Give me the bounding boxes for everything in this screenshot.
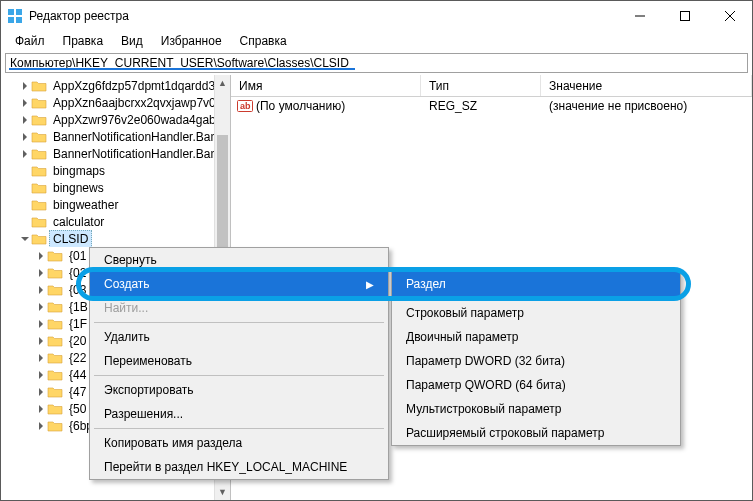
- submenu-arrow-icon: ▶: [366, 279, 374, 290]
- folder-icon: [47, 283, 63, 297]
- folder-icon: [31, 130, 47, 144]
- expand-toggle-icon[interactable]: [35, 405, 47, 413]
- expand-toggle-icon[interactable]: [35, 320, 47, 328]
- expand-toggle-icon[interactable]: [35, 286, 47, 294]
- menu-file[interactable]: Файл: [7, 33, 53, 49]
- tree-item-label: BannerNotificationHandler.Ban: [49, 145, 221, 162]
- tree-item[interactable]: AppXzg6fdzp57dpmt1dqardd3: [1, 77, 230, 94]
- folder-icon: [47, 249, 63, 263]
- tree-item[interactable]: BannerNotificationHandler.Ban: [1, 145, 230, 162]
- tree-item-label: {47: [65, 383, 90, 400]
- tree-item-label: {1F: [65, 315, 91, 332]
- folder-icon: [31, 181, 47, 195]
- expand-toggle-icon[interactable]: [35, 371, 47, 379]
- tree-item-label: calculator: [49, 213, 108, 230]
- ctx-find[interactable]: Найти...: [90, 296, 388, 320]
- tree-item[interactable]: AppXzn6aajbcrxx2qvxjawp7v0: [1, 94, 230, 111]
- ctx-permissions[interactable]: Разрешения...: [90, 402, 388, 426]
- expand-toggle-icon[interactable]: [19, 82, 31, 90]
- col-type[interactable]: Тип: [421, 75, 541, 96]
- expand-toggle-icon: [19, 199, 31, 210]
- expand-toggle-icon[interactable]: [19, 116, 31, 124]
- expand-toggle-icon[interactable]: [35, 303, 47, 311]
- expand-toggle-icon[interactable]: [35, 337, 47, 345]
- context-menu: Свернуть Создать ▶ Найти... Удалить Пере…: [89, 247, 389, 480]
- menu-view[interactable]: Вид: [113, 33, 151, 49]
- expand-toggle-icon[interactable]: [35, 269, 47, 277]
- folder-icon: [47, 317, 63, 331]
- folder-icon: [31, 147, 47, 161]
- expand-toggle-icon[interactable]: [35, 422, 47, 430]
- sub-binary[interactable]: Двоичный параметр: [392, 325, 680, 349]
- expand-toggle-icon[interactable]: [35, 252, 47, 260]
- ctx-create[interactable]: Создать ▶: [90, 272, 388, 296]
- tree-item[interactable]: bingnews: [1, 179, 230, 196]
- svg-rect-3: [16, 17, 22, 23]
- ctx-delete[interactable]: Удалить: [90, 325, 388, 349]
- scroll-up-button[interactable]: ▲: [215, 75, 230, 91]
- tree-item-label: AppXzwr976v2e060wada4gabr: [49, 111, 224, 128]
- value-row[interactable]: ab (По умолчанию) REG_SZ (значение не пр…: [231, 97, 752, 115]
- svg-rect-5: [680, 12, 689, 21]
- tree-item[interactable]: calculator: [1, 213, 230, 230]
- close-button[interactable]: [707, 1, 752, 31]
- menu-help[interactable]: Справка: [232, 33, 295, 49]
- tree-item-label: {50: [65, 400, 90, 417]
- titlebar: Редактор реестра: [1, 1, 752, 31]
- col-value[interactable]: Значение: [541, 75, 752, 96]
- expand-toggle-icon[interactable]: [19, 150, 31, 158]
- tree-item-label: AppXzn6aajbcrxx2qvxjawp7v0: [49, 94, 220, 111]
- app-icon: [7, 8, 23, 24]
- folder-icon: [47, 266, 63, 280]
- expand-toggle-icon[interactable]: [35, 354, 47, 362]
- expand-toggle-icon: [19, 216, 31, 227]
- folder-icon: [31, 164, 47, 178]
- tree-item[interactable]: bingweather: [1, 196, 230, 213]
- maximize-button[interactable]: [662, 1, 707, 31]
- collapse-toggle-icon[interactable]: [19, 235, 31, 243]
- sub-qword[interactable]: Параметр QWORD (64 бита): [392, 373, 680, 397]
- sub-key[interactable]: Раздел: [392, 272, 680, 296]
- folder-icon: [47, 402, 63, 416]
- sub-dword[interactable]: Параметр DWORD (32 бита): [392, 349, 680, 373]
- tree-item[interactable]: BannerNotificationHandler.Ban: [1, 128, 230, 145]
- menu-favorites[interactable]: Избранное: [153, 33, 230, 49]
- tree-item-label: {03: [65, 281, 90, 298]
- sub-string[interactable]: Строковый параметр: [392, 301, 680, 325]
- column-headers: Имя Тип Значение: [231, 75, 752, 97]
- tree-item-label: {44: [65, 366, 90, 383]
- folder-icon: [31, 198, 47, 212]
- tree-item[interactable]: CLSID: [1, 230, 230, 247]
- ctx-separator: [94, 322, 384, 323]
- ctx-rename[interactable]: Переименовать: [90, 349, 388, 373]
- ctx-copy-key-name[interactable]: Копировать имя раздела: [90, 431, 388, 455]
- value-type: REG_SZ: [421, 99, 541, 113]
- expand-toggle-icon[interactable]: [35, 388, 47, 396]
- sub-multi-string[interactable]: Мультистроковый параметр: [392, 397, 680, 421]
- app-window: Редактор реестра Файл Правка Вид Избранн…: [0, 0, 753, 501]
- address-text: Компьютер\HKEY_CURRENT_USER\Software\Cla…: [10, 56, 349, 70]
- expand-toggle-icon[interactable]: [19, 99, 31, 107]
- expand-toggle-icon[interactable]: [19, 133, 31, 141]
- svg-rect-0: [8, 9, 14, 15]
- ctx-export[interactable]: Экспортировать: [90, 378, 388, 402]
- tree-item[interactable]: bingmaps: [1, 162, 230, 179]
- ctx-collapse[interactable]: Свернуть: [90, 248, 388, 272]
- menu-edit[interactable]: Правка: [55, 33, 112, 49]
- tree-item-label: CLSID: [49, 230, 92, 247]
- minimize-button[interactable]: [617, 1, 662, 31]
- col-name[interactable]: Имя: [231, 75, 421, 96]
- expand-toggle-icon: [19, 182, 31, 193]
- sub-expandable-string[interactable]: Расширяемый строковый параметр: [392, 421, 680, 445]
- scroll-thumb[interactable]: [217, 135, 228, 255]
- address-bar[interactable]: Компьютер\HKEY_CURRENT_USER\Software\Cla…: [5, 53, 748, 73]
- tree-item[interactable]: AppXzwr976v2e060wada4gabr: [1, 111, 230, 128]
- ctx-goto-hklm[interactable]: Перейти в раздел HKEY_LOCAL_MACHINE: [90, 455, 388, 479]
- string-value-icon: ab: [237, 98, 253, 114]
- scroll-down-button[interactable]: ▼: [215, 484, 230, 500]
- tree-item-label: {22: [65, 349, 90, 366]
- svg-text:ab: ab: [240, 101, 251, 111]
- tree-item-label: bingnews: [49, 179, 108, 196]
- folder-icon: [47, 334, 63, 348]
- sub-separator: [396, 298, 676, 299]
